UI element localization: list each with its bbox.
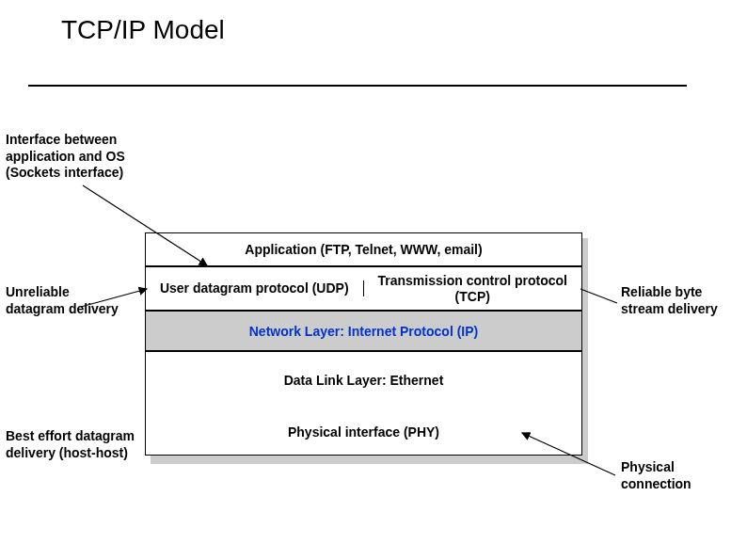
layer-datalink: Data Link Layer: Ethernet — [145, 352, 582, 408]
label-physical-connection: Physical connection — [621, 459, 743, 492]
tcpip-stack: Application (FTP, Telnet, WWW, email) Us… — [145, 232, 582, 456]
label-udp-delivery: Unreliable datagram delivery — [6, 284, 128, 317]
layer-application: Application (FTP, Telnet, WWW, email) — [145, 232, 582, 265]
page-title: TCP/IP Model — [61, 15, 225, 45]
layer-tcp: Transmission control protocol (TCP) — [364, 273, 582, 305]
layer-transport: User datagram protocol (UDP) Transmissio… — [145, 265, 582, 310]
label-sockets-interface: Interface between application and OS (So… — [6, 132, 175, 182]
layer-network: Network Layer: Internet Protocol (IP) — [145, 310, 582, 352]
layer-physical-text: Physical interface (PHY) — [288, 424, 439, 440]
layer-network-text: Network Layer: Internet Protocol (IP) — [249, 324, 478, 339]
layer-physical: Physical interface (PHY) — [145, 408, 582, 456]
layer-application-text: Application (FTP, Telnet, WWW, email) — [245, 242, 482, 257]
layer-udp-text: User datagram protocol (UDP) — [160, 280, 349, 296]
layer-datalink-text: Data Link Layer: Ethernet — [284, 373, 444, 388]
layer-udp: User datagram protocol (UDP) — [146, 280, 364, 296]
label-tcp-delivery: Reliable byte stream delivery — [621, 284, 743, 317]
layer-tcp-text: Transmission control protocol (TCP) — [370, 273, 577, 305]
title-underline — [28, 85, 687, 87]
